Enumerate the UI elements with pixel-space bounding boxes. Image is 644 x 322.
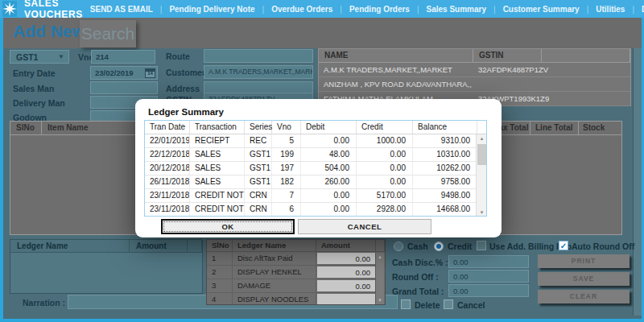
- column-header-transaction[interactable]: Transaction: [190, 121, 245, 134]
- cancel-button[interactable]: CANCEL: [298, 219, 431, 234]
- series-select[interactable]: GST1 ▼: [10, 50, 69, 64]
- column-header-item-name[interactable]: Item Name: [47, 123, 89, 132]
- table-row[interactable]: 2DISPLAY HENKEL0.00: [207, 266, 385, 279]
- cash-radio[interactable]: [394, 242, 403, 251]
- table-row[interactable]: 20/12/2018SALESGST1197504.000.0010262.00: [145, 162, 486, 175]
- column-header-series[interactable]: Series: [245, 121, 272, 134]
- ledger-name-table-header: Ledger Name Amount: [10, 240, 202, 253]
- credit-radio[interactable]: [434, 242, 444, 251]
- table-cell: SALES: [190, 175, 245, 188]
- column-header-gstin[interactable]: GSTIN: [473, 49, 542, 62]
- table-cell: 2928.00: [357, 203, 413, 216]
- customer-field[interactable]: A.M.K TRADERS,MARKET,,MARKET: [204, 65, 313, 79]
- grand-total-field[interactable]: 0.00: [448, 284, 529, 297]
- tab-search[interactable]: Search: [80, 20, 136, 47]
- table-cell: 5170.00: [357, 189, 413, 202]
- column-header-amount[interactable]: Amount: [316, 240, 376, 251]
- table-cell: 0.00: [357, 148, 413, 161]
- column-header-tran-date[interactable]: Tran Date: [145, 121, 190, 134]
- menu-send-as-email[interactable]: SEND AS EMAIL: [83, 5, 160, 14]
- table-cell: 199: [272, 148, 301, 161]
- menu-pending-orders[interactable]: Pending Orders: [342, 5, 417, 14]
- scroll-up-icon[interactable]: ▲: [376, 254, 384, 259]
- table-row[interactable]: 22/01/2019RECIEPTREC50.001000.009310.00: [145, 134, 486, 148]
- window-border-left: [0, 18, 3, 322]
- column-header-balance[interactable]: Balance: [413, 121, 477, 134]
- calendar-icon[interactable]: 14: [145, 68, 155, 78]
- sales-man-field[interactable]: [90, 81, 158, 94]
- column-header-credit[interactable]: Credit: [357, 121, 413, 134]
- print-button[interactable]: PRINT: [538, 254, 630, 268]
- tab-add-new[interactable]: Add New: [13, 22, 85, 41]
- use-add-billing-checkbox[interactable]: [477, 241, 486, 250]
- round-off-field[interactable]: 0.00: [448, 270, 529, 283]
- charges-table[interactable]: SlNo Ledger Name Amount 1Disc AftTax Pai…: [206, 239, 386, 305]
- scrollbar-thumb[interactable]: [477, 144, 486, 165]
- table-cell: 9310.00: [413, 134, 477, 147]
- ledger-summary-table-header: Tran Date Transaction Series Vno Debit C…: [145, 121, 486, 134]
- charges-table-scrollbar[interactable]: ▲ ▼: [375, 253, 384, 304]
- menu-utilities[interactable]: Utilities: [588, 5, 632, 14]
- credit-radio-label[interactable]: Credit: [448, 242, 472, 251]
- column-header-amount[interactable]: Amount: [130, 240, 188, 252]
- cancel-checkbox-label[interactable]: Cancel: [457, 300, 485, 310]
- scroll-down-icon[interactable]: ▼: [376, 298, 384, 303]
- column-header-debit[interactable]: Debit: [301, 121, 357, 134]
- dialog-table-scrollbar[interactable]: ▲ ▼: [476, 134, 486, 217]
- auto-round-off-label[interactable]: Auto Round Off: [572, 242, 634, 251]
- cash-disc-field[interactable]: 0.00: [448, 255, 529, 268]
- table-cell: GST1: [245, 148, 272, 161]
- table-row[interactable]: 1Disc AftTax Paid0.00: [207, 252, 385, 266]
- ledger-summary-table[interactable]: Tran Date Transaction Series Vno Debit C…: [144, 120, 487, 217]
- table-cell: 32AFDPK4887P1ZV: [473, 63, 578, 76]
- table-row[interactable]: 22/12/2018SALESGST119948.000.0010310.00: [145, 148, 486, 162]
- table-row[interactable]: A.M.K TRADERS,MARKET,,MARKET32AFDPK4887P…: [319, 63, 630, 77]
- table-row[interactable]: 23/11/2018CREDIT NOTECRN60.002928.001466…: [145, 203, 486, 217]
- vertical-scrollbar[interactable]: [633, 48, 642, 316]
- auto-round-off-checkbox[interactable]: ✓: [559, 241, 568, 250]
- route-field[interactable]: [204, 49, 313, 63]
- ledger-name-table[interactable]: Ledger Name Amount: [10, 239, 203, 294]
- dialog-title: Ledger Summary: [148, 107, 224, 117]
- table-cell: 23/11/2018: [145, 203, 190, 216]
- menu-customer-summary[interactable]: Customer Summary: [496, 5, 587, 14]
- charges-table-header: SlNo Ledger Name Amount: [207, 240, 385, 252]
- table-row[interactable]: 3DAMAGE0.00: [207, 279, 385, 293]
- column-header-line-total[interactable]: Line Total: [535, 123, 572, 132]
- table-cell: 0.00: [317, 253, 375, 264]
- table-cell: CRN: [245, 203, 272, 216]
- column-header-ledger-name[interactable]: Ledger Name: [10, 240, 130, 252]
- column-header-ledger-name[interactable]: Ledger Name: [233, 240, 316, 251]
- table-row[interactable]: 26/11/2018SALESGST1182260.000.009758.00: [145, 175, 486, 189]
- column-header-slno[interactable]: SlNo: [16, 123, 35, 132]
- menu-dispatch-details[interactable]: Dispatch Details: [634, 5, 644, 14]
- menu-bar: SEND AS EMAIL | Pending Delivery Note | …: [83, 0, 644, 18]
- table-cell: 14668.00: [413, 203, 477, 216]
- table-cell: 0.00: [301, 203, 357, 216]
- menu-overdue-orders[interactable]: Overdue Orders: [264, 5, 340, 14]
- table-row[interactable]: ANIZHAM , KPV ROAD KADAVANTHARA,,: [319, 77, 630, 92]
- save-button[interactable]: SAVE: [538, 272, 630, 286]
- table-cell: 7: [272, 189, 301, 202]
- vno-field[interactable]: 214: [91, 50, 155, 64]
- delete-checkbox[interactable]: [401, 299, 411, 309]
- table-cell: CREDIT NOTE: [190, 189, 245, 202]
- column-header-name[interactable]: NAME: [319, 49, 473, 62]
- column-header-slno[interactable]: SlNo: [207, 240, 233, 251]
- table-cell: 48.00: [301, 148, 357, 161]
- scroll-down-icon[interactable]: ▼: [477, 210, 487, 215]
- delivery-man-label: Delivery Man: [13, 98, 65, 108]
- ok-button[interactable]: OK: [161, 219, 295, 234]
- delete-checkbox-label[interactable]: Delete: [415, 300, 440, 310]
- table-row[interactable]: 4DISPLAY NOODLES: [207, 293, 385, 305]
- menu-pending-delivery-note[interactable]: Pending Delivery Note: [162, 5, 262, 14]
- cash-radio-label[interactable]: Cash: [407, 242, 428, 251]
- column-header-stock[interactable]: Stock: [583, 123, 605, 132]
- scroll-up-icon[interactable]: ▲: [477, 136, 487, 141]
- clear-button[interactable]: CLEAR: [538, 290, 630, 303]
- entry-date-field[interactable]: 23/02/2019 14: [90, 66, 158, 80]
- menu-sales-summary[interactable]: Sales Summary: [419, 5, 494, 14]
- cancel-checkbox[interactable]: [444, 299, 453, 309]
- table-row[interactable]: 23/11/2018CREDIT NOTECRN70.005170.009498…: [145, 189, 486, 203]
- column-header-vno[interactable]: Vno: [272, 121, 301, 134]
